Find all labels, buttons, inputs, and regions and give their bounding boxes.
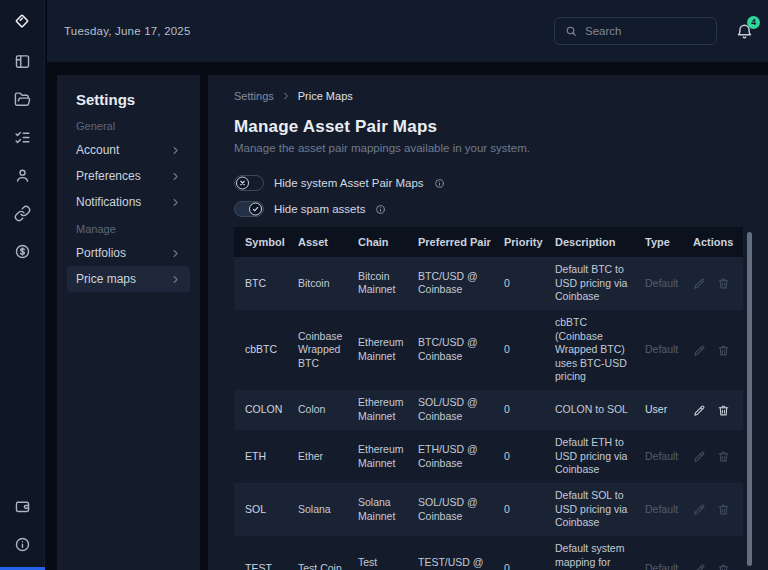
info-icon xyxy=(14,536,31,553)
edit-button xyxy=(693,563,706,570)
rail-bottom-icons xyxy=(9,493,35,557)
user-icon xyxy=(14,167,31,184)
cell-priority: 0 xyxy=(496,497,547,523)
cell-priority: 0 xyxy=(496,337,547,363)
cell-priority: 0 xyxy=(496,397,547,423)
nav-section-general: General xyxy=(76,120,190,132)
cell-chain: Bitcoin Mainnet xyxy=(350,264,410,303)
folder-icon xyxy=(14,91,31,108)
rail-item-wallet[interactable] xyxy=(9,493,35,519)
col-header-priority: Priority xyxy=(496,236,547,248)
search-input[interactable]: Search xyxy=(554,17,717,45)
rail-item-info[interactable] xyxy=(9,531,35,557)
col-header-preferred-pair: Preferred Pair xyxy=(410,236,496,248)
cell-symbol: BTC xyxy=(234,271,290,297)
cell-preferred-pair: SOL/USD @ Coinbase xyxy=(410,490,496,529)
cell-actions xyxy=(685,338,743,363)
cell-asset: Coinbase Wrapped BTC xyxy=(290,324,350,377)
delete-button xyxy=(717,450,730,463)
sidebar-item-notifications[interactable]: Notifications xyxy=(67,189,190,215)
delete-button xyxy=(717,563,730,570)
edit-button xyxy=(693,344,706,357)
table-row-sol: SOLSolanaSolana MainnetSOL/USD @ Coinbas… xyxy=(234,483,743,536)
check-icon xyxy=(252,206,259,213)
cell-type: Default xyxy=(637,556,685,570)
cell-preferred-pair: BTC/USD @ Coinbase xyxy=(410,330,496,369)
cell-asset: Solana xyxy=(290,497,350,523)
trash-icon xyxy=(717,344,730,357)
table-header-row: SymbolAssetChainPreferred PairPriorityDe… xyxy=(234,227,743,257)
delete-button xyxy=(717,503,730,516)
col-header-chain: Chain xyxy=(350,236,410,248)
delete-button xyxy=(717,344,730,357)
cell-chain: Ethereum Mainnet xyxy=(350,330,410,369)
topbar-right: Search 4 xyxy=(554,17,759,45)
nav-item-label: Portfolios xyxy=(76,246,126,260)
sidebar-item-portfolios[interactable]: Portfolios xyxy=(67,240,190,266)
chevron-right-icon xyxy=(170,145,181,156)
settings-nav: Settings GeneralAccountPreferencesNotifi… xyxy=(57,75,200,570)
cell-preferred-pair: SOL/USD @ Coinbase xyxy=(410,390,496,429)
main-content: Settings Price Maps Manage Asset Pair Ma… xyxy=(208,75,768,570)
pencil-icon xyxy=(693,344,706,357)
cell-type: Default xyxy=(637,337,685,363)
col-header-type: Type xyxy=(637,236,685,248)
chevron-right-icon xyxy=(170,274,181,285)
trash-icon xyxy=(717,404,730,417)
cell-description: Default SOL to USD pricing via Coinbase xyxy=(547,483,637,536)
cell-priority: 0 xyxy=(496,556,547,570)
icon-rail xyxy=(0,0,45,570)
cell-actions xyxy=(685,398,743,423)
trash-icon xyxy=(717,503,730,516)
nav-item-label: Notifications xyxy=(76,195,141,209)
breadcrumb-settings[interactable]: Settings xyxy=(234,90,274,102)
settings-nav-sections: GeneralAccountPreferencesNotificationsMa… xyxy=(67,120,190,292)
table-row-colon: COLONColonEthereum MainnetSOL/USD @ Coin… xyxy=(234,390,743,430)
cell-symbol: cbBTC xyxy=(234,337,290,363)
delete-button[interactable] xyxy=(717,404,730,417)
toggle-hide-spam-assets[interactable] xyxy=(234,201,264,217)
page-title: Manage Asset Pair Maps xyxy=(234,117,768,137)
cell-description: cbBTC (Coinbase Wrapped BTC) uses BTC-US… xyxy=(547,310,637,390)
cell-type: Default xyxy=(637,271,685,297)
cell-symbol: COLON xyxy=(234,397,290,423)
rail-item-layout[interactable] xyxy=(9,48,35,74)
notification-badge: 4 xyxy=(747,16,760,29)
rail-item-user[interactable] xyxy=(9,162,35,188)
rail-item-folder[interactable] xyxy=(9,86,35,112)
breadcrumb-price-maps: Price Maps xyxy=(298,90,353,102)
info-icon[interactable] xyxy=(434,178,445,189)
toggle-hide-system-asset-pair-maps[interactable] xyxy=(234,175,264,191)
sidebar-item-preferences[interactable]: Preferences xyxy=(67,163,190,189)
table-row-eth: ETHEtherEthereum MainnetETH/USD @ Coinba… xyxy=(234,430,743,483)
rail-item-link[interactable] xyxy=(9,200,35,226)
settings-nav-title: Settings xyxy=(76,91,190,108)
cell-actions xyxy=(685,444,743,469)
chevron-right-icon xyxy=(170,248,181,259)
table-scrollbar[interactable] xyxy=(747,232,752,566)
nav-item-label: Preferences xyxy=(76,169,141,183)
pencil-icon xyxy=(693,503,706,516)
toggle-label: Hide spam assets xyxy=(274,203,365,215)
sidebar-item-account[interactable]: Account xyxy=(67,137,190,163)
nav-item-label: Price maps xyxy=(76,272,136,286)
toggle-knob xyxy=(249,203,262,216)
toggle-knob xyxy=(236,177,249,190)
rail-item-coin-dollar[interactable] xyxy=(9,238,35,264)
app-logo[interactable] xyxy=(9,8,35,34)
sidebar-item-price-maps[interactable]: Price maps xyxy=(67,266,190,292)
table-row-cbbtc: cbBTCCoinbase Wrapped BTCEthereum Mainne… xyxy=(234,310,743,390)
info-icon[interactable] xyxy=(375,204,386,215)
cell-preferred-pair: BTC/USD @ Coinbase xyxy=(410,264,496,303)
edit-button[interactable] xyxy=(693,404,706,417)
nav-section-manage: Manage xyxy=(76,223,190,235)
trash-icon xyxy=(717,277,730,290)
notifications-button[interactable]: 4 xyxy=(736,23,753,40)
pencil-icon xyxy=(693,404,706,417)
cell-actions xyxy=(685,497,743,522)
rail-item-list-checks[interactable] xyxy=(9,124,35,150)
edit-button xyxy=(693,503,706,516)
chevron-right-icon xyxy=(170,197,181,208)
cell-priority: 0 xyxy=(496,444,547,470)
cell-description: Default ETH to USD pricing via Coinbase xyxy=(547,430,637,483)
